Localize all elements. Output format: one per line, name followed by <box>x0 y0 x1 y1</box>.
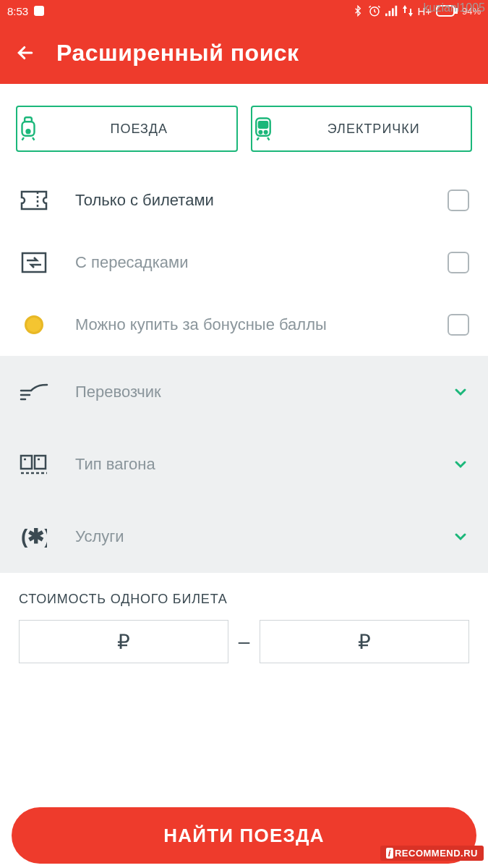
status-time: 8:53 <box>7 5 28 17</box>
svg-point-11 <box>259 131 262 134</box>
ruble-icon: ₽ <box>358 630 371 654</box>
dropdown-services[interactable]: (✱) Услуги <box>0 501 488 573</box>
price-max-input[interactable]: ₽ <box>260 620 469 663</box>
price-title: СТОИМОСТЬ ОДНОГО БИЛЕТА <box>19 592 469 607</box>
chevron-down-icon <box>452 528 469 545</box>
dropdown-services-label: Услуги <box>52 527 452 546</box>
tab-suburban-label: ЭЛЕКТРИЧКИ <box>284 122 471 137</box>
svg-text:(✱): (✱) <box>21 526 47 548</box>
watermark-site: iRECOMMEND.RU <box>380 846 484 861</box>
carrier-icon <box>20 382 48 402</box>
filter-bonus[interactable]: Можно купить за бонусные баллы <box>0 294 488 356</box>
dropdown-carrier[interactable]: Перевозчик <box>0 356 488 428</box>
watermark-username: kuzianl1005 <box>424 1 485 14</box>
train-icon <box>17 116 39 141</box>
tab-trains-label: ПОЕЗДА <box>49 122 236 137</box>
ruble-icon: ₽ <box>117 630 130 654</box>
svg-point-12 <box>264 131 267 134</box>
status-bar: 8:53 H+ 94% <box>0 0 488 22</box>
filter-tickets-label: Только с билетами <box>52 191 448 210</box>
checkbox-tickets[interactable] <box>448 190 469 211</box>
dropdown-car-type-label: Тип вагона <box>52 455 452 474</box>
svg-rect-3 <box>392 8 394 16</box>
alarm-icon <box>368 4 381 17</box>
svg-point-8 <box>27 129 30 133</box>
ticket-icon <box>20 190 48 210</box>
signal-icon <box>385 5 398 17</box>
bluetooth-icon <box>352 5 364 17</box>
services-icon: (✱) <box>21 526 47 548</box>
filter-tickets-only[interactable]: Только с билетами <box>0 169 488 231</box>
dropdown-carrier-label: Перевозчик <box>52 383 452 401</box>
chevron-down-icon <box>452 383 469 401</box>
app-header: Расширенный поиск <box>0 22 488 84</box>
svg-rect-14 <box>21 456 32 469</box>
page-title: Расширенный поиск <box>56 40 299 67</box>
suburban-train-icon <box>252 116 274 141</box>
svg-rect-4 <box>395 6 398 16</box>
filter-transfers[interactable]: С пересадками <box>0 231 488 294</box>
status-app-icon <box>34 6 44 16</box>
tab-suburban[interactable]: ЭЛЕКТРИЧКИ <box>251 106 473 152</box>
svg-rect-13 <box>22 253 46 272</box>
filter-transfers-label: С пересадками <box>52 253 448 272</box>
dropdown-car-type[interactable]: Тип вагона <box>0 428 488 501</box>
checkbox-bonus[interactable] <box>448 314 469 336</box>
transfers-icon <box>21 252 47 273</box>
coin-icon <box>25 315 43 334</box>
search-button-label: НАЙТИ ПОЕЗДА <box>163 825 324 847</box>
filter-bonus-label: Можно купить за бонусные баллы <box>52 315 448 335</box>
svg-rect-1 <box>385 14 388 17</box>
svg-rect-2 <box>389 11 391 16</box>
data-icon <box>403 5 413 17</box>
price-section: СТОИМОСТЬ ОДНОГО БИЛЕТА ₽ – ₽ <box>0 573 488 663</box>
checkbox-transfers[interactable] <box>448 252 469 273</box>
price-min-input[interactable]: ₽ <box>19 620 228 663</box>
price-separator: – <box>239 630 250 653</box>
back-arrow-icon[interactable] <box>14 42 36 64</box>
tab-trains[interactable]: ПОЕЗДА <box>16 106 238 152</box>
car-type-icon <box>20 453 48 476</box>
svg-rect-10 <box>258 122 267 128</box>
svg-rect-15 <box>35 456 46 469</box>
chevron-down-icon <box>452 456 469 473</box>
